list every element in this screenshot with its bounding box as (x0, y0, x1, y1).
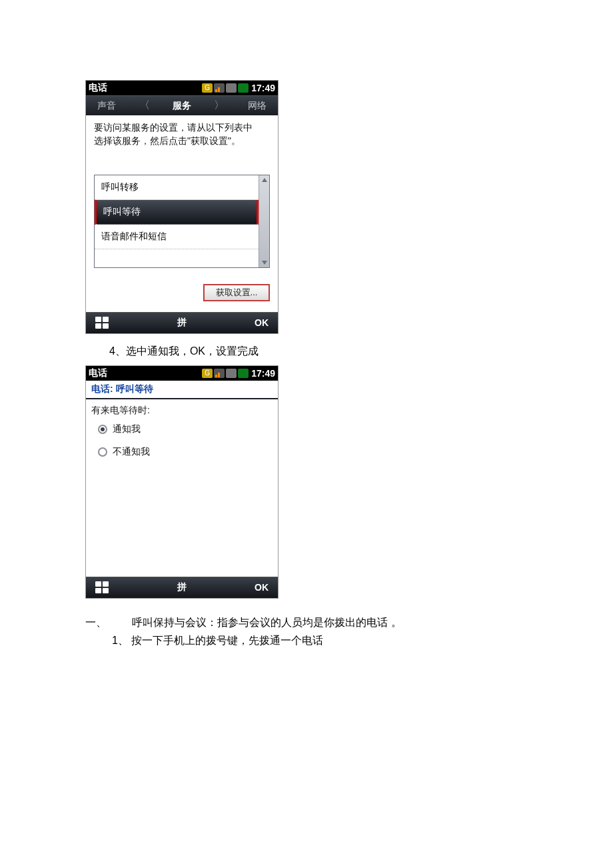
get-settings-button[interactable]: 获取设置... (203, 284, 270, 301)
ok-button[interactable]: OK (255, 317, 269, 328)
button-row: 获取设置... (86, 272, 278, 312)
section-number: 一、 (85, 616, 129, 630)
gprs-icon (202, 369, 213, 378)
ok-button-2[interactable]: OK (255, 582, 269, 593)
clock: 17:49 (250, 83, 275, 93)
instruction-text: 要访问某服务的设置，请从以下列表中 选择该服务，然后点击"获取设置"。 (86, 115, 278, 155)
list-item-call-waiting[interactable]: 呼叫等待 (95, 200, 259, 225)
ime-button[interactable]: 拼 (177, 317, 187, 329)
tab-strip: 声音 〈 服务 〉 网络 (86, 95, 278, 115)
page-subtitle: 电话: 呼叫等待 (86, 381, 278, 399)
radio-dont-notify-label: 不通知我 (113, 446, 150, 458)
radio-icon-unchecked (98, 447, 107, 457)
get-settings-label: 获取设置... (216, 287, 258, 299)
screenshot-services: 电话 17:49 声音 〈 服务 〉 网络 要访问某服务的设置，请从以下列表中 … (85, 80, 279, 334)
list-item-voicemail-sms[interactable]: 语音邮件和短信 (95, 225, 259, 249)
softkey-bar-2: 拼 OK (86, 577, 278, 598)
blank-area (91, 462, 273, 575)
gprs-icon (202, 83, 213, 93)
prompt-text: 有来电等待时: (91, 405, 273, 417)
start-icon[interactable] (95, 581, 109, 593)
settings-body: 有来电等待时: 通知我 不通知我 (86, 399, 278, 577)
chevron-right-icon[interactable]: 〉 (214, 99, 225, 113)
radio-dont-notify[interactable]: 不通知我 (91, 442, 273, 462)
tab-network[interactable]: 网络 (248, 100, 267, 112)
start-icon[interactable] (95, 317, 109, 329)
signal-icon (214, 83, 225, 93)
status-bar: 电话 17:49 (86, 81, 278, 95)
screenshot-call-waiting: 电话 17:49 电话: 呼叫等待 有来电等待时: 通知我 不通知我 拼 OK (85, 365, 279, 599)
doc-step-4: 4、选中通知我，OK，设置完成 (109, 345, 613, 359)
card-icon (226, 83, 237, 93)
tab-sound[interactable]: 声音 (97, 100, 116, 112)
list-item-call-forward[interactable]: 呼叫转移 (95, 175, 259, 200)
clock-2: 17:49 (250, 368, 275, 379)
ime-button-2[interactable]: 拼 (177, 581, 187, 593)
instruction-line-2: 选择该服务，然后点击"获取设置"。 (94, 134, 270, 147)
radio-icon-checked (98, 425, 107, 434)
chevron-left-icon[interactable]: 〈 (139, 99, 150, 113)
radio-notify-me[interactable]: 通知我 (91, 419, 273, 439)
service-listbox: 呼叫转移 呼叫等待 语音邮件和短信 (94, 175, 270, 268)
status-icons (202, 83, 249, 93)
doc-step-1b: 1、 按一下手机上的拨号键，先拨通一个电话 (112, 634, 613, 648)
app-title-2: 电话 (89, 367, 201, 379)
signal-icon (214, 369, 225, 378)
status-bar-2: 电话 17:49 (86, 366, 278, 381)
scrollbar[interactable] (259, 175, 269, 267)
radio-notify-me-label: 通知我 (113, 423, 141, 435)
card-icon (226, 369, 237, 378)
section-title: 呼叫保持与会议：指参与会议的人员均是你拨出的电话 。 (132, 617, 401, 628)
instruction-line-1: 要访问某服务的设置，请从以下列表中 (94, 121, 270, 134)
softkey-bar: 拼 OK (86, 312, 278, 333)
status-icons-2 (202, 369, 249, 378)
service-list: 呼叫转移 呼叫等待 语音邮件和短信 (95, 175, 259, 267)
app-title: 电话 (89, 82, 201, 94)
battery-icon (238, 369, 249, 378)
battery-icon (238, 83, 249, 93)
section-heading: 一、 呼叫保持与会议：指参与会议的人员均是你拨出的电话 。 (85, 616, 613, 630)
tab-service[interactable]: 服务 (173, 100, 191, 112)
